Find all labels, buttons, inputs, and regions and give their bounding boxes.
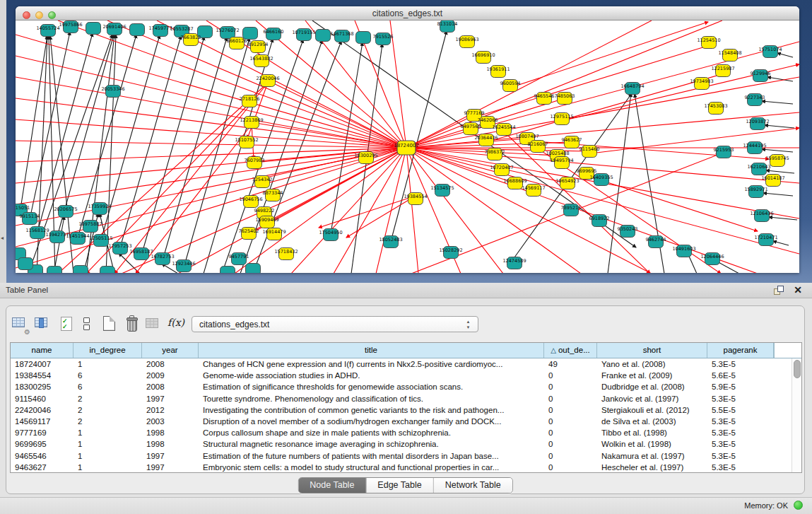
tab-node-table[interactable]: Node Table xyxy=(298,478,366,493)
table-cell: 0 xyxy=(544,370,597,381)
table-cell: 0 xyxy=(544,404,597,416)
table-selector-value: citations_edges.txt xyxy=(199,320,269,329)
memory-ok-indicator-icon[interactable] xyxy=(794,501,803,510)
svg-text:10719155: 10719155 xyxy=(292,30,315,35)
svg-text:14671368: 14671368 xyxy=(330,31,353,37)
svg-text:10491603: 10491603 xyxy=(672,246,695,252)
panel-collapse-arrow-icon[interactable]: ◂ xyxy=(1,235,4,241)
table-cell: Embryonic stem cells: a model to study s… xyxy=(199,462,544,472)
svg-text:19361911: 19361911 xyxy=(486,66,510,72)
svg-text:7915526: 7915526 xyxy=(373,34,394,40)
table-cell: 6 xyxy=(73,381,142,392)
svg-text:11254510: 11254510 xyxy=(697,37,720,43)
svg-text:12975115: 12975115 xyxy=(550,114,573,119)
column-header-year[interactable]: year xyxy=(142,343,199,358)
svg-text:15134575: 15134575 xyxy=(430,185,454,191)
table-cell: 9699695 xyxy=(11,438,73,450)
table-selector-dropdown[interactable]: citations_edges.txt ▲▼ xyxy=(192,316,478,332)
column-header-out_de[interactable]: △out_de... xyxy=(544,343,597,358)
table-row[interactable]: 946554611997Estimation of the future num… xyxy=(11,450,792,462)
svg-text:19384554: 19384554 xyxy=(404,194,427,199)
table-rows: 1872400712008Changes of HCN gene express… xyxy=(11,358,792,472)
network-canvas[interactable]: 1405572419975866206914061745977710553287… xyxy=(16,21,799,273)
column-header-in_degree[interactable]: in_degree xyxy=(73,343,142,358)
table-cell: 14569117 xyxy=(11,416,73,427)
table-cell: Jankovic et al. (1997) xyxy=(597,393,707,404)
table-row[interactable]: 2242004622012Investigating the contribut… xyxy=(11,404,792,416)
svg-text:17459777: 17459777 xyxy=(148,25,172,31)
column-header-name[interactable]: name xyxy=(11,343,73,358)
vertical-scrollbar[interactable] xyxy=(792,358,801,472)
svg-text:16782753: 16782753 xyxy=(151,254,174,259)
new-column-icon[interactable] xyxy=(100,315,119,334)
svg-text:16210643: 16210643 xyxy=(747,164,770,170)
table-cell: Estimation of significance thresholds fo… xyxy=(199,381,544,392)
svg-text:9699695: 9699695 xyxy=(577,168,597,174)
svg-text:10720407: 10720407 xyxy=(490,165,513,170)
svg-text:22420046: 22420046 xyxy=(256,76,279,81)
table-panel-title: Table Panel xyxy=(6,286,48,294)
table-row[interactable]: 969969511998Structural magnetic resonanc… xyxy=(11,438,792,450)
table-row[interactable]: 1938455462009Genome-wide association stu… xyxy=(11,370,792,381)
network-window-title: citations_edges.txt xyxy=(16,8,799,18)
svg-text:9600594: 9600594 xyxy=(500,81,521,86)
table-cell: 18724007 xyxy=(11,358,73,370)
svg-text:16648794: 16648794 xyxy=(620,83,644,89)
table-cell: Investigating the contribution of common… xyxy=(199,404,544,416)
svg-text:19975866: 19975866 xyxy=(59,22,82,28)
scrollbar-thumb[interactable] xyxy=(794,360,801,378)
table-cell: 2 xyxy=(73,393,142,404)
tab-network-table[interactable]: Network Table xyxy=(434,478,512,493)
delete-column-icon[interactable] xyxy=(122,315,142,334)
network-window: citations_edges.txt 14055724199758662069… xyxy=(16,6,799,273)
table-cell: 1997 xyxy=(142,462,199,472)
table-cell: 5.3E-5 xyxy=(707,393,774,404)
table-row[interactable]: 1456911722003Disruption of a novel membe… xyxy=(11,416,792,427)
select-columns-icon[interactable]: ✓✓ xyxy=(57,315,77,334)
import-table-icon[interactable] xyxy=(143,315,163,334)
table-cell: 5.6E-5 xyxy=(707,370,774,381)
table-row[interactable]: 946362711997Embryonic stem cells: a mode… xyxy=(11,462,792,472)
table-mode-icon[interactable]: ⚙ xyxy=(10,315,30,334)
show-column-icon[interactable] xyxy=(33,315,52,334)
tab-edge-table[interactable]: Edge Table xyxy=(366,478,433,493)
column-header-title[interactable]: title xyxy=(199,343,544,358)
svg-text:19495794: 19495794 xyxy=(550,158,573,163)
node-table: namein_degreeyeartitle△out_de...shortpag… xyxy=(10,342,802,473)
float-window-icon[interactable] xyxy=(774,286,784,295)
table-cell: 9465546 xyxy=(11,450,73,462)
network-window-titlebar[interactable]: citations_edges.txt xyxy=(16,6,799,21)
row-height-icon[interactable] xyxy=(77,315,97,334)
table-cell: 2003 xyxy=(142,416,199,427)
svg-text:17359924: 17359924 xyxy=(88,204,111,209)
table-row[interactable]: 911546021997Tourette syndrome. Phenomeno… xyxy=(11,393,792,404)
svg-text:9515051: 9515051 xyxy=(16,205,30,211)
table-cell: Structural magnetic resonance image aver… xyxy=(199,438,544,450)
table-cell: 1998 xyxy=(142,427,199,438)
table-row[interactable]: 1872400712008Changes of HCN gene express… xyxy=(11,358,792,370)
column-header-pagerank[interactable]: pagerank xyxy=(707,343,774,358)
table-cell: 22420046 xyxy=(11,404,73,416)
svg-text:11548408: 11548408 xyxy=(718,50,741,56)
table-cell: 1 xyxy=(73,450,142,462)
svg-text:8660126: 8660126 xyxy=(227,38,247,44)
svg-text:6497568: 6497568 xyxy=(461,124,481,129)
svg-text:17957253: 17957253 xyxy=(108,243,131,249)
close-icon[interactable]: ✕ xyxy=(794,284,802,296)
svg-text:14055724: 14055724 xyxy=(36,25,59,31)
column-header-short[interactable]: short xyxy=(597,343,707,358)
table-cell: 5.9E-5 xyxy=(707,381,774,392)
status-bar: Memory: OK xyxy=(0,497,812,514)
function-builder-icon[interactable]: f(x) xyxy=(166,315,186,334)
table-row[interactable]: 1830029562008Estimation of significance … xyxy=(11,381,792,392)
table-row[interactable]: 977716911998Corpus callosum shape and si… xyxy=(11,427,792,438)
svg-text:16409355: 16409355 xyxy=(589,175,613,180)
svg-text:14569117: 14569117 xyxy=(522,185,545,191)
svg-text:7462066: 7462066 xyxy=(478,117,498,123)
svg-text:12923446: 12923446 xyxy=(172,261,195,267)
svg-text:6466160: 6466160 xyxy=(264,29,284,35)
svg-text:16958187: 16958187 xyxy=(129,249,153,255)
table-header-row: namein_degreeyeartitle△out_de...shortpag… xyxy=(11,343,801,358)
svg-text:12106436: 12106436 xyxy=(750,211,773,216)
table-cell: 0 xyxy=(544,462,597,472)
